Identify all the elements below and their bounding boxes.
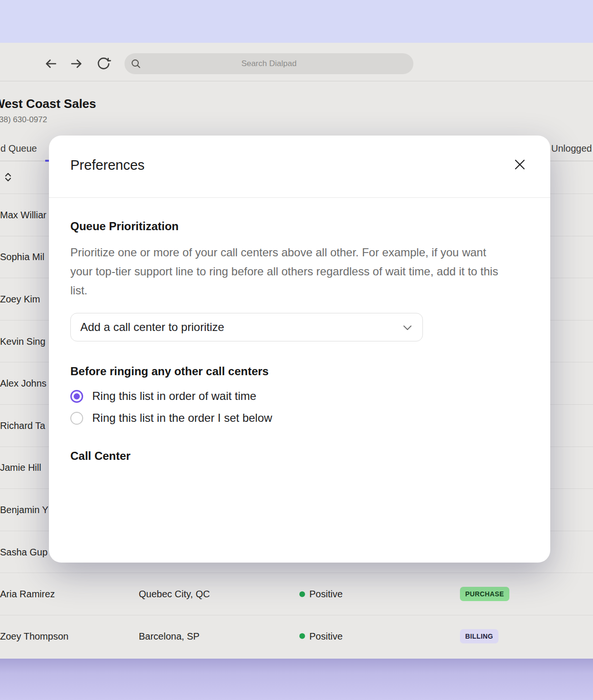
radio-label: Ring this list in the order I set below bbox=[92, 411, 272, 425]
page-title: West Coast Sales bbox=[0, 97, 96, 111]
sentiment-label: Positive bbox=[309, 589, 343, 600]
agent-name: Zoey Kim bbox=[0, 293, 40, 304]
ring-order-radio-group: Ring this list in order of wait time Rin… bbox=[70, 385, 529, 429]
status-badge: BILLING bbox=[460, 629, 498, 643]
table-row[interactable]: Aria Ramirez Quebec City, QC Positive PU… bbox=[0, 573, 593, 615]
browser-toolbar: Search Dialpad bbox=[0, 43, 593, 81]
page-phone-number: 38) 630-0972 bbox=[0, 115, 47, 125]
row-sentiment: Positive bbox=[299, 631, 343, 642]
refresh-icon bbox=[96, 56, 111, 71]
call-center-heading: Call Center bbox=[70, 449, 529, 463]
preferences-modal: Preferences Queue Prioritization Priorit… bbox=[49, 136, 550, 563]
radio-option[interactable]: Ring this list in the order I set below bbox=[70, 407, 529, 429]
agent-name: Sasha Gup bbox=[0, 546, 48, 557]
tab-queue[interactable]: d Queue bbox=[0, 143, 37, 154]
refresh-button[interactable] bbox=[96, 56, 112, 72]
queue-prioritization-heading: Queue Prioritization bbox=[70, 220, 529, 233]
add-call-center-dropdown[interactable]: Add a call center to prioritize bbox=[70, 313, 423, 341]
back-button[interactable] bbox=[43, 56, 59, 72]
agent-name: Sophia Mil bbox=[0, 252, 44, 262]
top-window-band bbox=[0, 0, 593, 43]
positive-dot-icon bbox=[299, 633, 305, 639]
radio-option[interactable]: Ring this list in order of wait time bbox=[70, 385, 529, 407]
dropdown-placeholder: Add a call center to prioritize bbox=[80, 321, 224, 334]
chevron-down-icon bbox=[403, 324, 412, 333]
modal-header: Preferences bbox=[49, 136, 550, 198]
close-button[interactable] bbox=[511, 157, 528, 174]
agent-name: Kevin Sing bbox=[0, 336, 46, 347]
positive-dot-icon bbox=[299, 591, 305, 597]
modal-title: Preferences bbox=[70, 157, 144, 173]
sentiment-label: Positive bbox=[309, 631, 343, 642]
status-badge: PURCHASE bbox=[460, 587, 509, 601]
back-arrow-icon bbox=[43, 56, 58, 71]
agent-name: Zoey Thompson bbox=[0, 631, 68, 642]
close-icon bbox=[513, 158, 526, 173]
before-ringing-heading: Before ringing any other call centers bbox=[70, 365, 529, 378]
queue-prioritization-description: Prioritize one or more of your call cent… bbox=[70, 243, 500, 300]
radio-icon bbox=[70, 412, 83, 425]
radio-icon bbox=[70, 390, 83, 403]
bottom-window-band bbox=[0, 659, 593, 700]
tab-unlogged[interactable]: Unlogged bbox=[551, 143, 592, 154]
modal-body: Queue Prioritization Prioritize one or m… bbox=[49, 220, 550, 463]
radio-label: Ring this list in order of wait time bbox=[92, 389, 256, 403]
forward-button[interactable] bbox=[68, 56, 85, 72]
agent-name: Max Williar bbox=[0, 209, 47, 220]
agent-name: Aria Ramirez bbox=[0, 589, 55, 600]
table-row[interactable]: Zoey Thompson Barcelona, SP Positive BIL… bbox=[0, 615, 593, 657]
sort-icon[interactable] bbox=[4, 171, 12, 185]
search-placeholder: Search Dialpad bbox=[124, 53, 413, 74]
agent-name: Jamie Hill bbox=[0, 462, 41, 473]
agent-name: Benjamin Y bbox=[0, 504, 48, 515]
agent-name: Alex Johns bbox=[0, 378, 47, 389]
row-location: Barcelona, SP bbox=[139, 631, 200, 642]
search-input[interactable]: Search Dialpad bbox=[124, 53, 413, 74]
forward-arrow-icon bbox=[69, 56, 84, 71]
agent-name: Richard Ta bbox=[0, 420, 45, 431]
row-sentiment: Positive bbox=[299, 589, 343, 600]
row-location: Quebec City, QC bbox=[139, 589, 210, 600]
